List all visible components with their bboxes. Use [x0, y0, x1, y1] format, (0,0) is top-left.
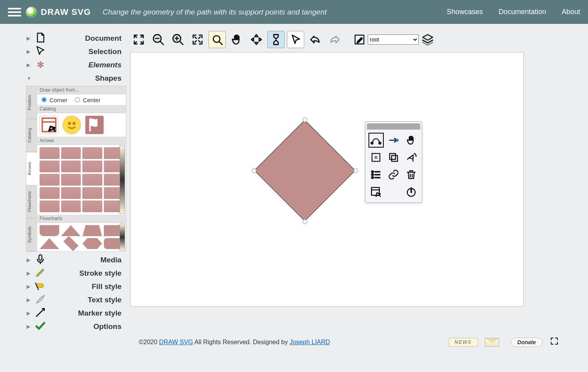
section-marker-style[interactable]: ▶ Marker style [25, 307, 126, 320]
catalog-insert-button[interactable] [368, 184, 384, 199]
resize-handle-top[interactable] [303, 117, 307, 122]
arrow-shape[interactable] [82, 187, 102, 199]
chevron-right-icon: ▶ [27, 311, 32, 316]
section-selection[interactable]: ▶ Selection [25, 45, 126, 58]
delete-button[interactable] [403, 167, 419, 182]
select-bounds-button[interactable] [368, 150, 384, 165]
section-text-style[interactable]: ▶ Text style [25, 293, 126, 307]
vtab-position[interactable]: Position [26, 86, 37, 119]
donate-button[interactable]: Donate [511, 338, 543, 347]
radio-corner[interactable]: Corner [40, 97, 67, 103]
arrow-shape[interactable] [61, 200, 81, 212]
resize-handle-bottom[interactable] [303, 219, 307, 224]
undo-button[interactable] [307, 31, 324, 48]
arrow-shape[interactable] [40, 161, 60, 172]
resize-handle-right[interactable] [354, 168, 358, 173]
arrow-shape[interactable] [40, 187, 60, 199]
arrow-shape[interactable] [82, 200, 102, 212]
section-fill-style[interactable]: ▶ Fill style [25, 280, 126, 293]
flow-shape[interactable] [83, 225, 102, 236]
news-badge[interactable]: NEWS [449, 338, 478, 347]
section-shapes[interactable]: ▼ Shapes [25, 72, 126, 85]
flowcharts-scrollbar[interactable] [120, 224, 125, 251]
radio-label: Center [83, 97, 100, 103]
zoom-out-button[interactable] [150, 31, 167, 48]
zoom-in-button[interactable] [169, 31, 187, 48]
layers-icon[interactable] [421, 33, 434, 46]
copy-button[interactable] [386, 150, 401, 165]
section-stroke-style[interactable]: ▶ Stroke style [25, 267, 126, 280]
select-tool-button[interactable] [287, 31, 304, 48]
spacer [386, 184, 401, 199]
mail-icon[interactable] [485, 338, 499, 347]
menu-icon[interactable] [8, 5, 21, 19]
zoom-region-button[interactable] [209, 31, 226, 48]
arrow-shape[interactable] [40, 174, 60, 186]
section-media[interactable]: ▶ Media [25, 253, 126, 267]
arrow-shape[interactable] [61, 147, 81, 159]
catalog-emoji-button[interactable] [62, 116, 81, 134]
edit-path-button[interactable] [368, 133, 384, 148]
resize-handle-left[interactable] [252, 168, 256, 173]
section-document[interactable]: ▶ Document [25, 32, 126, 45]
arrow-shape[interactable] [82, 174, 102, 186]
section-options[interactable]: ▶ Options [25, 320, 126, 333]
footer-link-author[interactable]: Joseph LIARD [290, 339, 330, 345]
pan-button[interactable] [403, 133, 419, 148]
canvas[interactable] [130, 52, 524, 307]
arrow-shape[interactable] [40, 147, 60, 159]
zoom-actual-button[interactable] [189, 31, 206, 48]
arrow-shape[interactable] [61, 161, 81, 172]
selected-shape[interactable] [254, 120, 356, 222]
radio-center[interactable]: Center [73, 97, 100, 103]
svg-point-12 [377, 138, 378, 139]
draw-from-label: Draw object from... [37, 86, 126, 94]
nav-documentation[interactable]: Documentation [499, 8, 546, 16]
flow-shape[interactable] [61, 225, 81, 236]
arrows-scrollbar[interactable] [120, 146, 125, 214]
vtab-flowcharts[interactable]: Flowcharts [26, 185, 37, 218]
svg-point-7 [213, 36, 220, 42]
arrow-shape[interactable] [61, 174, 81, 186]
edit-button[interactable] [354, 34, 365, 45]
section-elements[interactable]: ▶ ✻ Elements [25, 58, 126, 72]
footer-link-drawsvg[interactable]: DRAW SVG [159, 339, 193, 345]
flow-shape[interactable] [83, 238, 102, 249]
layer-select[interactable]: root [368, 34, 419, 45]
svg-point-2 [73, 123, 75, 124]
context-toolbox[interactable] [365, 121, 422, 203]
arrow-shape[interactable] [61, 187, 81, 199]
power-button[interactable] [403, 184, 419, 199]
pan-button[interactable] [228, 31, 245, 48]
nav-about[interactable]: About [562, 8, 580, 16]
zoom-fit-button[interactable] [130, 31, 147, 48]
flow-shape[interactable] [40, 225, 59, 236]
chevron-right-icon: ▶ [27, 324, 32, 329]
flow-shape[interactable] [40, 238, 59, 249]
chevron-right-icon: ▶ [27, 284, 32, 289]
vtab-catalog[interactable]: Catalog [26, 119, 37, 152]
arrow-shape[interactable] [82, 161, 102, 172]
catalog-flag-button[interactable] [85, 116, 104, 134]
flow-shape[interactable] [63, 236, 78, 251]
vtab-symbols[interactable]: Symbols [26, 219, 37, 251]
toolbox-drag-handle[interactable] [367, 123, 420, 130]
list-button[interactable] [368, 167, 384, 182]
fullscreen-icon[interactable] [550, 336, 559, 348]
link-button[interactable] [386, 167, 401, 182]
rotate-text-button[interactable] [403, 150, 419, 165]
move-point-button[interactable] [386, 133, 401, 148]
section-label: Fill style [46, 282, 124, 291]
nav-showcases[interactable]: Showcases [447, 8, 483, 16]
redo-button[interactable] [326, 31, 343, 48]
catalog-window-button[interactable] [40, 116, 58, 134]
section-label: Marker style [46, 309, 124, 318]
resize-height-button[interactable] [267, 31, 285, 48]
section-label: Shapes [46, 74, 124, 83]
section-label: Text style [46, 296, 124, 304]
vtab-arrows[interactable]: Arrows [26, 152, 37, 185]
arrow-shape[interactable] [82, 147, 102, 159]
feather-icon [34, 293, 46, 307]
move-button[interactable] [248, 31, 265, 48]
arrow-shape[interactable] [40, 200, 60, 212]
